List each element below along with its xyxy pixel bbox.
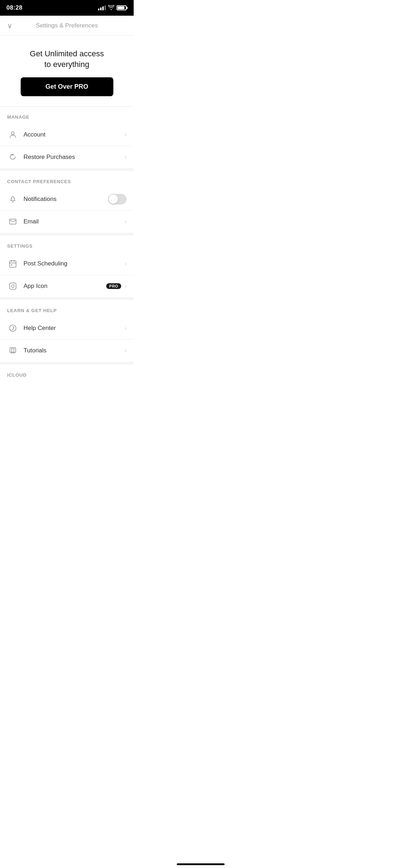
notifications-label: Notifications	[24, 196, 108, 203]
chevron-right-icon: ›	[125, 260, 127, 267]
menu-item-account[interactable]: Account ›	[0, 124, 134, 146]
section-label-icloud: ICLOUD	[7, 372, 27, 378]
section-label-contact: CONTACT PREFERENCES	[7, 179, 71, 184]
pro-badge: PRO	[106, 283, 121, 289]
battery-icon	[117, 5, 127, 10]
chevron-right-icon: ›	[125, 283, 127, 289]
section-header-settings: SETTINGS	[0, 236, 134, 253]
help-icon	[7, 322, 19, 334]
header: ∨ Settings & Preferences	[0, 16, 134, 36]
chevron-right-icon: ›	[125, 154, 127, 160]
close-chevron-button[interactable]: ∨	[7, 21, 12, 30]
account-label: Account	[24, 131, 125, 138]
email-label: Email	[24, 218, 125, 225]
get-pro-button[interactable]: Get Over PRO	[21, 77, 113, 96]
chevron-right-icon: ›	[125, 218, 127, 225]
section-header-contact: CONTACT PREFERENCES	[0, 171, 134, 188]
section-header-manage: MANAGE	[0, 107, 134, 124]
tutorials-label: Tutorials	[24, 347, 125, 354]
section-header-learn: LEARN & GET HELP	[0, 300, 134, 317]
app-icon-label: App Icon	[24, 283, 106, 290]
chevron-right-icon: ›	[125, 325, 127, 331]
promo-text: Get Unlimited accessto everything	[30, 48, 104, 69]
menu-item-app-icon[interactable]: App Icon PRO ›	[0, 275, 134, 297]
calendar-icon	[7, 258, 19, 269]
bell-icon	[7, 193, 19, 205]
svg-rect-3	[11, 264, 12, 265]
wifi-icon	[108, 5, 114, 11]
svg-rect-4	[10, 283, 16, 289]
svg-rect-2	[10, 261, 16, 267]
page-title: Settings & Preferences	[7, 22, 127, 29]
chevron-right-icon: ›	[125, 347, 127, 354]
section-label-learn: LEARN & GET HELP	[7, 308, 57, 313]
app-icon-icon	[7, 280, 19, 292]
status-bar: 08:28	[0, 0, 134, 16]
menu-item-tutorials[interactable]: Tutorials ›	[0, 340, 134, 362]
chevron-right-icon: ›	[125, 131, 127, 138]
signal-icon	[98, 5, 106, 10]
menu-item-email[interactable]: Email ›	[0, 211, 134, 233]
book-icon	[7, 345, 19, 356]
post-scheduling-label: Post Scheduling	[24, 260, 125, 267]
svg-point-0	[11, 132, 14, 135]
toggle-knob	[109, 195, 118, 204]
menu-item-post-scheduling[interactable]: Post Scheduling ›	[0, 253, 134, 275]
status-icons	[98, 5, 127, 11]
section-label-settings: SETTINGS	[7, 243, 32, 249]
restore-icon	[7, 151, 19, 163]
promo-section: Get Unlimited accessto everything Get Ov…	[0, 36, 134, 107]
svg-rect-1	[10, 219, 16, 224]
section-label-manage: MANAGE	[7, 114, 30, 120]
help-center-label: Help Center	[24, 325, 125, 332]
section-header-icloud: ICLOUD	[0, 365, 134, 382]
svg-point-6	[10, 325, 16, 331]
notifications-toggle[interactable]	[108, 194, 127, 205]
email-icon	[7, 216, 19, 227]
menu-item-help-center[interactable]: Help Center ›	[0, 317, 134, 340]
person-icon	[7, 129, 19, 140]
menu-item-notifications[interactable]: Notifications	[0, 188, 134, 211]
svg-point-5	[11, 285, 14, 288]
menu-item-restore-purchases[interactable]: Restore Purchases ›	[0, 146, 134, 168]
status-time: 08:28	[6, 4, 22, 11]
restore-purchases-label: Restore Purchases	[24, 154, 125, 161]
